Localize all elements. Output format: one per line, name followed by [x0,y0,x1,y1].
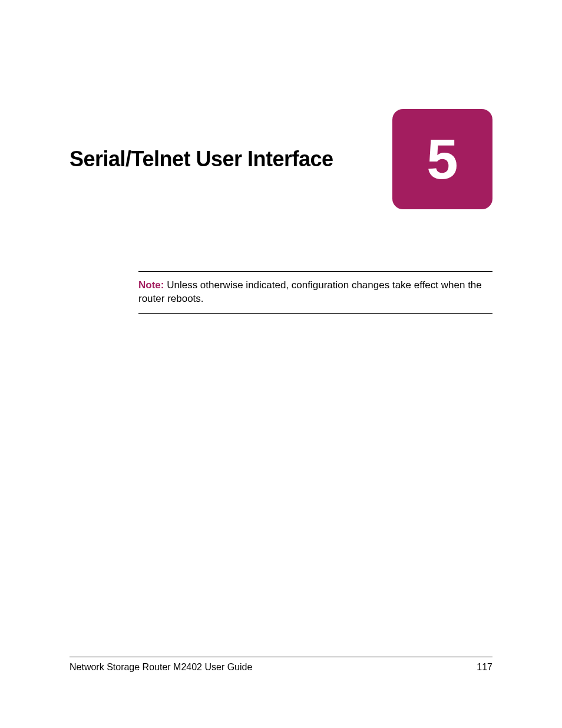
document-page: Serial/Telnet User Interface 5 Note: Unl… [0,0,562,728]
chapter-title: Serial/Telnet User Interface [70,147,333,172]
footer-guide-title: Network Storage Router M2402 User Guide [70,662,252,673]
note-body: Unless otherwise indicated, configuratio… [138,279,482,304]
chapter-number: 5 [427,127,458,192]
note-rule-top [138,271,492,272]
note-label: Note: [138,279,164,291]
chapter-badge: 5 [392,109,492,209]
note-text: Note: Unless otherwise indicated, config… [138,279,492,306]
note-rule-bottom [138,313,492,314]
footer-page-number: 117 [477,662,492,673]
note-block: Note: Unless otherwise indicated, config… [138,271,492,314]
page-footer: Network Storage Router M2402 User Guide … [70,657,492,673]
chapter-header: Serial/Telnet User Interface 5 [70,109,492,209]
